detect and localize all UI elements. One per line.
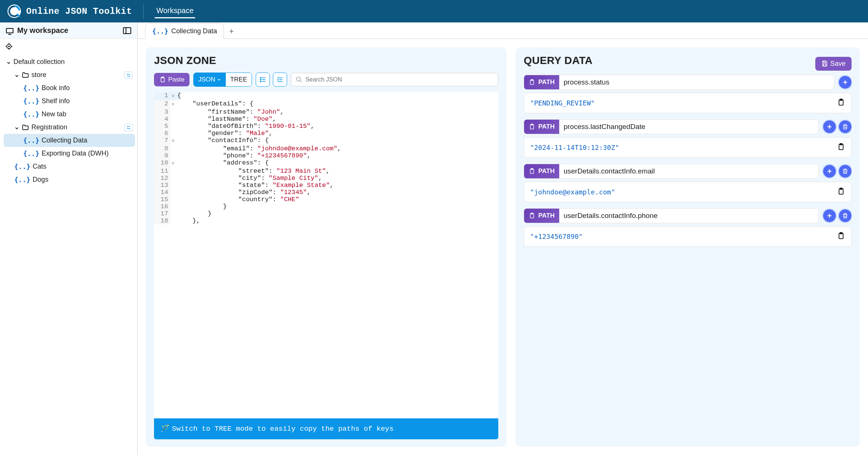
indent-icon (276, 76, 284, 83)
code-line[interactable]: 3 "firstName": "John", (154, 108, 498, 116)
code-line[interactable]: 9 "phone": "+1234567890", (154, 152, 498, 159)
code-line[interactable]: 6 "gender": "Male", (154, 130, 498, 137)
code-line[interactable]: 7v "contactInfo": { (154, 137, 498, 145)
save-button[interactable]: Save (815, 57, 852, 71)
tree-label: Registration (31, 123, 122, 131)
code-line[interactable]: 4 "lastName": "Doe", (154, 116, 498, 123)
code-line[interactable]: 17 } (154, 210, 498, 217)
tree-item-exporting-data[interactable]: {..} Exporting Data (DWH) (4, 147, 135, 160)
json-braces-icon: {..} (23, 136, 39, 144)
delete-path-button[interactable] (839, 165, 852, 178)
code-line[interactable]: 11 "street": "123 Main St", (154, 167, 498, 175)
copy-result-button[interactable] (837, 143, 845, 152)
delete-path-button[interactable] (839, 209, 852, 222)
plus-icon (826, 168, 833, 175)
tree-item-collecting-data[interactable]: {..} Collecting Data (4, 134, 135, 147)
result-value: "johndoe@example.com" (530, 188, 615, 196)
search-icon (296, 76, 302, 83)
json-braces-icon: {..} (14, 176, 30, 184)
paste-button[interactable]: Paste (154, 73, 190, 86)
query-data-title: QUERY DATA (524, 55, 592, 67)
path-badge: PATH (524, 75, 559, 89)
node-settings-button[interactable] (124, 71, 133, 79)
chevron-down-icon (14, 125, 19, 130)
copy-result-button[interactable] (837, 98, 845, 108)
code-line[interactable]: 12 "city": "Sample City", (154, 175, 498, 182)
plus-icon (842, 79, 849, 86)
sidebar: My workspace Default collection store {.… (0, 22, 138, 455)
add-path-button[interactable] (823, 120, 836, 133)
path-chip[interactable]: PATHuserDetails.contactInfo.email (524, 164, 819, 179)
mode-tree-button[interactable]: TREE (226, 73, 252, 86)
svg-point-8 (127, 74, 128, 75)
chevron-down-icon (6, 59, 11, 65)
mode-json-button[interactable]: JSON (194, 73, 225, 86)
add-path-button[interactable] (839, 76, 852, 89)
code-editor[interactable]: 1v{2v "userDetails": {3 "firstName": "Jo… (154, 92, 498, 439)
svg-line-28 (300, 80, 302, 82)
code-line[interactable]: 2v "userDetails": { (154, 100, 498, 108)
delete-path-button[interactable] (839, 120, 852, 133)
svg-point-3 (9, 46, 10, 47)
clipboard-icon (529, 212, 535, 219)
json-zone-panel: JSON ZONE Paste JSON TREE (146, 47, 507, 447)
clipboard-icon (529, 123, 535, 130)
sidebar-title: My workspace (17, 26, 68, 35)
tree-folder-store[interactable]: store (4, 68, 135, 82)
tree-folder-registration[interactable]: Registration (4, 121, 135, 134)
tree-label: Shelf info (41, 97, 133, 105)
add-path-button[interactable] (823, 165, 836, 178)
code-line[interactable]: 13 "state": "Example State", (154, 182, 498, 189)
query-item: PATHuserDetails.contactInfo.email"johndo… (524, 164, 852, 202)
copy-result-button[interactable] (837, 232, 845, 241)
result-value: "PENDING_REVIEW" (530, 99, 595, 107)
tree-item-dogs[interactable]: {..} Dogs (4, 173, 135, 186)
result-value: "2024-11-14T10:12:30Z" (530, 144, 619, 151)
sidebar-collapse-button[interactable] (123, 27, 131, 34)
expand-all-button[interactable] (256, 73, 270, 87)
json-braces-icon: {..} (23, 97, 39, 105)
svg-line-1 (18, 15, 20, 17)
code-line[interactable]: 14 "zipCode": "12345", (154, 189, 498, 196)
tree-item-shelf-info[interactable]: {..} Shelf info (4, 95, 135, 108)
tab-add-button[interactable]: + (224, 27, 239, 39)
path-text: process.lastChangedDate (559, 120, 650, 134)
path-chip[interactable]: PATHprocess.status (524, 75, 834, 90)
collapse-all-button[interactable] (273, 73, 287, 87)
query-data-panel: QUERY DATA Save PATHprocess.status"PENDI… (515, 47, 860, 447)
code-line[interactable]: 16 } (154, 203, 498, 210)
tree-label: New tab (41, 110, 133, 118)
tab-collecting-data[interactable]: {..} Collecting Data (145, 23, 224, 39)
tree-item-book-info[interactable]: {..} Book info (4, 82, 135, 95)
json-search[interactable] (291, 73, 498, 86)
code-line[interactable]: 8 "email": "johndoe@example.com", (154, 145, 498, 152)
code-line[interactable]: 1v{ (154, 92, 498, 100)
tree-collection-root[interactable]: Default collection (4, 55, 135, 68)
tree-label: Cats (33, 163, 133, 170)
path-chip[interactable]: PATHprocess.lastChangedDate (524, 119, 819, 134)
app-logo (7, 4, 21, 18)
chevron-down-icon (217, 77, 221, 82)
node-settings-button[interactable] (124, 124, 133, 131)
code-line[interactable]: 10v "address": { (154, 159, 498, 167)
workspace-nav-tab[interactable]: Workspace (155, 4, 195, 18)
code-line[interactable]: 15 "country": "CHE" (154, 196, 498, 203)
locate-icon[interactable] (5, 43, 13, 50)
clipboard-icon (837, 187, 845, 196)
tree-label: store (31, 71, 122, 79)
code-line[interactable]: 18 }, (154, 217, 498, 224)
tree-item-new-tab[interactable]: {..} New tab (4, 108, 135, 121)
trash-icon (842, 212, 849, 219)
svg-point-27 (296, 77, 301, 81)
tree-item-cats[interactable]: {..} Cats (4, 160, 135, 173)
tree-label: Exporting Data (DWH) (41, 150, 133, 157)
search-input[interactable] (305, 76, 493, 83)
save-icon (821, 60, 828, 67)
path-badge: PATH (524, 164, 559, 178)
app-title: Online JSON Toolkit (26, 6, 132, 16)
add-path-button[interactable] (823, 209, 836, 222)
plus-icon (826, 212, 833, 219)
path-chip[interactable]: PATHuserDetails.contactInfo.phone (524, 208, 819, 223)
copy-result-button[interactable] (837, 187, 845, 197)
code-line[interactable]: 5 "dateOfBirth": "1990-01-15", (154, 123, 498, 130)
